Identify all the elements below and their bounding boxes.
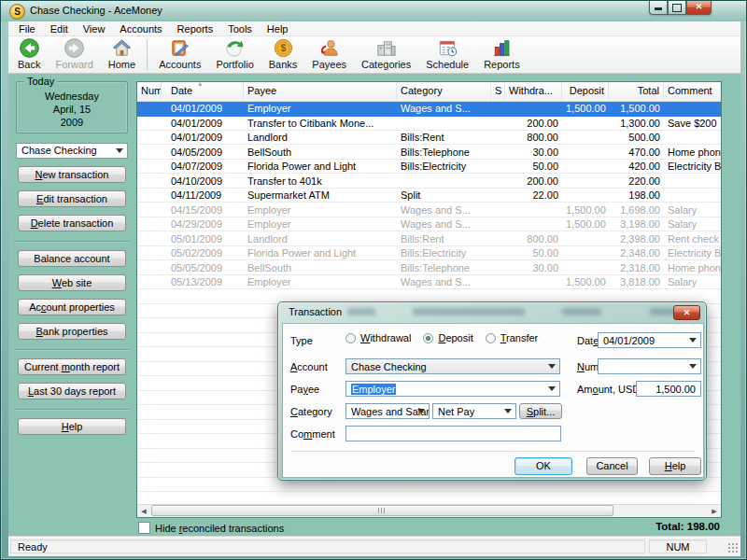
close-button[interactable]: ✕ xyxy=(686,1,712,15)
ok-button[interactable]: OK xyxy=(514,457,572,475)
type-radio-withdrawal[interactable]: Withdrawal xyxy=(345,332,411,343)
cell: 470.00 xyxy=(609,146,664,160)
cancel-button[interactable]: Cancel xyxy=(586,457,638,475)
schedule-icon xyxy=(437,37,458,59)
column-header-deposit[interactable]: Deposit xyxy=(562,82,609,101)
table-row[interactable]: 04/05/2009BellSouthBills:Telephone30.004… xyxy=(137,146,721,161)
table-row[interactable]: 04/07/2009Florida Power and LightBills:E… xyxy=(137,160,721,175)
schedule-button[interactable]: Schedule xyxy=(418,36,476,73)
menu-tools[interactable]: Tools xyxy=(220,22,260,35)
categories-button[interactable]: Categories xyxy=(354,36,418,73)
scroll-right-arrow-icon[interactable]: ▶ xyxy=(708,506,721,517)
today-weekday: Wednesday xyxy=(17,90,127,103)
menu-reports[interactable]: Reports xyxy=(170,22,221,35)
cell: 04/01/2009 xyxy=(162,131,244,145)
table-row[interactable]: 04/10/2009Transfer to 401k200.00220.00 xyxy=(137,175,721,189)
cell: Bills:Telephone xyxy=(397,146,491,160)
dialog-close-button[interactable]: ✕ xyxy=(673,305,700,320)
column-header-category[interactable]: Category xyxy=(397,82,491,101)
table-row[interactable]: 05/13/2009EmployerWages and S...1,500.00… xyxy=(137,275,721,290)
sidebar-button-balance-account[interactable]: Balance account xyxy=(18,250,126,267)
table-row[interactable]: 05/02/2009Florida Power and LightBills:E… xyxy=(137,246,721,261)
cell: Salary xyxy=(664,203,721,217)
banks-button[interactable]: $ Banks xyxy=(261,36,305,73)
maximize-button[interactable] xyxy=(668,1,686,15)
menu-view[interactable]: View xyxy=(76,22,113,35)
menu-edit[interactable]: Edit xyxy=(43,22,76,35)
column-header-s[interactable]: S xyxy=(491,82,505,101)
account-total: Total: 198.00 xyxy=(655,521,720,532)
column-header-payee[interactable]: Payee xyxy=(244,82,397,101)
reports-button[interactable]: Reports xyxy=(476,36,528,73)
subcategory-combobox[interactable]: Net Pay xyxy=(432,403,516,419)
today-box: Today Wednesday April, 15 2009 xyxy=(16,81,128,133)
split-button[interactable]: Split... xyxy=(519,403,562,419)
menu-accounts[interactable]: Accounts xyxy=(112,22,169,35)
sidebar-button-last-30-days-report[interactable]: Last 30 days report xyxy=(18,383,126,399)
table-row[interactable]: 05/05/2009BellSouthBills:Telephone30.002… xyxy=(137,261,721,276)
cell: Wages and S... xyxy=(397,275,491,289)
column-header-withdra-[interactable]: Withdra... xyxy=(505,82,562,101)
table-row[interactable]: 05/01/2009LandlordBills:Rent800.002,398.… xyxy=(137,232,721,247)
date-combobox[interactable]: 04/01/2009 xyxy=(598,332,701,348)
scrollbar-thumb[interactable] xyxy=(151,505,613,516)
home-button[interactable]: Home xyxy=(101,36,143,73)
table-row[interactable]: 04/29/2009EmployerWages and S...1,500.00… xyxy=(137,217,721,232)
payees-icon xyxy=(318,37,340,59)
minimize-button[interactable] xyxy=(649,1,668,15)
sidebar-button-bank-properties[interactable]: Bank properties xyxy=(18,323,126,340)
sidebar-button-delete-transaction[interactable]: Delete transaction xyxy=(18,215,126,231)
status-message: Ready xyxy=(10,539,645,553)
cell: 2,348.00 xyxy=(609,246,664,260)
subcategory-combobox-value: Net Pay xyxy=(438,406,474,417)
account-combobox[interactable]: Chase Checking xyxy=(345,358,560,374)
table-row[interactable]: 04/01/2009Transfer to Citibank Mone...20… xyxy=(137,117,721,132)
cell: 04/10/2009 xyxy=(162,175,244,189)
chevron-down-icon xyxy=(116,148,123,153)
sidebar-button-edit-transaction[interactable]: Edit transaction xyxy=(18,190,126,207)
cell: 1,500.00 xyxy=(562,217,609,231)
table-row[interactable]: 04/11/2009Supermarket ATMSplit22.00198.0… xyxy=(137,189,721,203)
number-combobox[interactable] xyxy=(598,358,701,374)
payee-combobox[interactable]: Employer xyxy=(345,381,560,397)
resize-grip[interactable] xyxy=(727,542,739,553)
sidebar-button-current-month-report[interactable]: Current month report xyxy=(18,358,126,375)
sidebar-button-account-properties[interactable]: Account properties xyxy=(18,299,126,315)
table-row[interactable]: 04/15/2009EmployerWages and S...1,500.00… xyxy=(137,203,721,218)
help-button[interactable]: Help xyxy=(649,457,701,475)
accounts-button[interactable]: Accounts xyxy=(151,36,208,73)
radio-icon xyxy=(486,333,496,343)
category-combobox[interactable]: Wages and Salary xyxy=(345,403,430,419)
menu-file[interactable]: File xyxy=(11,22,43,35)
scroll-left-arrow-icon[interactable]: ◀ xyxy=(137,506,150,517)
type-radio-deposit[interactable]: Deposit xyxy=(423,332,472,343)
chevron-down-icon xyxy=(689,338,697,343)
sidebar-button-web-site[interactable]: Web site xyxy=(18,274,126,291)
close-icon: ✕ xyxy=(684,308,691,317)
glass-blur-artifact xyxy=(413,308,525,315)
cell: 2,318.00 xyxy=(609,261,664,275)
sidebar-button-new-transaction[interactable]: New transaction xyxy=(18,166,126,183)
payees-button[interactable]: Payees xyxy=(304,36,354,73)
column-header-num[interactable]: Num xyxy=(137,82,162,101)
hide-reconciled-checkbox[interactable] xyxy=(138,522,150,534)
column-header-total[interactable]: Total xyxy=(609,82,664,101)
table-row[interactable]: 04/01/2009EmployerWages and S...1,500.00… xyxy=(137,102,721,117)
title-bar[interactable]: S Chase Checking - AceMoney ✕ xyxy=(1,1,746,21)
amount-field[interactable]: 1,500.00 xyxy=(636,381,701,397)
menu-help[interactable]: Help xyxy=(260,22,296,35)
cell: Electricity Bil xyxy=(664,246,721,260)
horizontal-scrollbar[interactable]: ◀ ▶ xyxy=(137,504,721,517)
sidebar-button-help[interactable]: Help xyxy=(18,418,126,435)
forward-button[interactable]: Forward xyxy=(48,36,100,73)
type-radio-transfer[interactable]: Transfer xyxy=(486,332,539,343)
comment-field[interactable] xyxy=(345,426,561,441)
portfolio-button[interactable]: Portfolio xyxy=(208,36,261,73)
table-header: NumDate▴PayeeCategorySWithdra...DepositT… xyxy=(137,82,721,102)
column-header-date[interactable]: Date▴ xyxy=(162,82,244,101)
column-header-comment[interactable]: Comment xyxy=(664,82,721,101)
category-label: Category xyxy=(290,406,332,417)
table-row[interactable]: 04/01/2009LandlordBills:Rent800.00500.00 xyxy=(137,131,721,146)
account-selector[interactable]: Chase Checking xyxy=(16,143,128,159)
back-button[interactable]: Back xyxy=(10,36,48,73)
